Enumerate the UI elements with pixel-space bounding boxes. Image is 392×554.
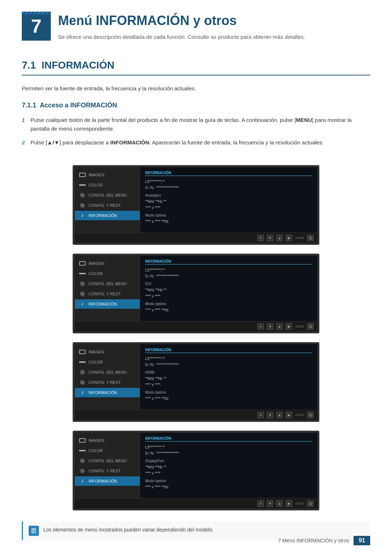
- ctrl-down-1[interactable]: ▼: [267, 235, 273, 241]
- section-intro: Permiten ver la fuente de entrada, la fr…: [22, 84, 370, 93]
- chapter-number: 7: [22, 12, 51, 41]
- ctrl-auto-4: AUTO: [295, 502, 304, 505]
- info-icon-1: i: [79, 213, 86, 218]
- imagen-icon: [79, 172, 86, 177]
- menu-item-color-3[interactable]: COLOR: [75, 357, 140, 367]
- config-rest-icon: [79, 203, 86, 208]
- config-rest-icon-2: [79, 291, 86, 296]
- subsection-title: 7.1.1 Acceso a INFORMACIÓN: [22, 102, 370, 109]
- note-icon: [29, 526, 39, 536]
- chapter-title: Menú INFORMACIÓN y otros: [58, 13, 305, 28]
- control-bar-4: ✕ ▼ ▲ ▶ AUTO ⏻: [75, 498, 317, 508]
- menu-item-configmenu-2[interactable]: CONFIG. DEL MENÚ: [75, 279, 140, 288]
- menu-item-configmenu-3[interactable]: CONFIG. DEL MENÚ: [75, 368, 140, 377]
- ctrl-power-4[interactable]: ⏻: [307, 500, 314, 507]
- page-header: 7 Menú INFORMACIÓN y otros Se ofrece una…: [0, 0, 392, 49]
- menu-item-info-3[interactable]: i INFORMACIÓN: [75, 388, 140, 397]
- source-label-2: DVI: [145, 281, 312, 287]
- freq-line-4: **kHz **Hz **: [145, 464, 312, 470]
- ctrl-right-1[interactable]: ▶: [286, 235, 292, 241]
- monitor-mockup-dvi: IMAGEN COLOR CONFIG. DEL MENÚ CONFI: [73, 254, 319, 333]
- color-icon-4: [79, 448, 86, 453]
- footer-page-number: 91: [354, 536, 370, 545]
- ctrl-auto-2: AUTO: [295, 325, 304, 328]
- color-icon: [79, 182, 86, 188]
- info-panel-dvi: INFORMACIÓN LS********;** S / N : ******…: [140, 256, 317, 321]
- menu-item-imagen-1[interactable]: IMAGEN: [75, 170, 140, 180]
- ctrl-x-1[interactable]: ✕: [257, 235, 264, 241]
- info-header-hdmi: INFORMACIÓN: [145, 348, 312, 353]
- imagen-icon-3: [79, 349, 86, 354]
- ctrl-right-2[interactable]: ▶: [286, 323, 292, 330]
- ctrl-right-3[interactable]: ▶: [286, 412, 292, 418]
- menu-panel-3: IMAGEN COLOR CONFIG. DEL MENÚ CONFI: [75, 344, 140, 410]
- menu-panel-1: IMAGEN COLOR CONFIG. DEL MENÚ CONFI: [75, 167, 140, 233]
- menu-item-color-1[interactable]: COLOR: [75, 180, 140, 190]
- ls-line-2: LS********;**: [145, 267, 312, 273]
- step-number-2: 2: [22, 138, 28, 147]
- mode-value-1: **** x **** **Hz: [145, 219, 312, 224]
- config-menu-icon-2: [79, 281, 86, 286]
- menu-item-imagen-2[interactable]: IMAGEN: [75, 259, 140, 268]
- menu-panel-4: IMAGEN COLOR CONFIG. DEL MENÚ CONFI: [75, 433, 140, 498]
- config-rest-icon-3: [79, 380, 86, 385]
- step-1: 1 Pulse cualquier botón de la parte fron…: [22, 116, 370, 133]
- ctrl-up-3[interactable]: ▲: [276, 412, 283, 418]
- monitor-screen-displayport: IMAGEN COLOR CONFIG. DEL MENÚ CONFI: [75, 433, 317, 498]
- mode-value-3: **** x **** **Hz: [145, 396, 312, 401]
- note-text: Los elementos de menú mostrados pueden v…: [43, 526, 213, 534]
- control-bar-3: ✕ ▼ ▲ ▶ AUTO ⏻: [75, 410, 317, 420]
- mode-value-4: **** x **** **Hz: [145, 484, 312, 490]
- control-bar-2: ✕ ▼ ▲ ▶ AUTO ⏻: [75, 321, 317, 331]
- ctrl-right-4[interactable]: ▶: [286, 500, 292, 507]
- menu-item-info-2[interactable]: i INFORMACIÓN: [75, 299, 140, 309]
- menu-item-info-4[interactable]: i INFORMACIÓN: [75, 476, 140, 486]
- ctrl-down-3[interactable]: ▼: [267, 412, 273, 418]
- sn-line-2: S / N : ****************: [145, 274, 312, 279]
- ctrl-x-2[interactable]: ✕: [257, 323, 264, 330]
- menu-item-color-4[interactable]: COLOR: [75, 446, 140, 455]
- menu-item-configrest-4[interactable]: CONFIG. Y REST.: [75, 466, 140, 476]
- ctrl-up-1[interactable]: ▲: [276, 235, 283, 241]
- ctrl-auto-3: AUTO: [295, 413, 304, 417]
- res-line-2: **** x ****: [145, 294, 312, 299]
- ctrl-power-3[interactable]: ⏻: [307, 412, 314, 418]
- menu-item-imagen-3[interactable]: IMAGEN: [75, 347, 140, 357]
- ctrl-power-2[interactable]: ⏻: [307, 323, 314, 330]
- menu-item-color-2[interactable]: COLOR: [75, 269, 140, 278]
- ctrl-down-2[interactable]: ▼: [267, 323, 273, 330]
- menu-item-configrest-1[interactable]: CONFIG. Y REST.: [75, 201, 140, 210]
- config-menu-icon: [79, 193, 86, 198]
- menu-item-imagen-4[interactable]: IMAGEN: [75, 436, 140, 445]
- info-panel-analogico: INFORMACIÓN LS********;** S / N : ******…: [140, 167, 317, 233]
- color-icon-3: [79, 360, 86, 365]
- menu-item-configrest-2[interactable]: CONFIG. Y REST.: [75, 289, 140, 299]
- ctrl-up-4[interactable]: ▲: [276, 500, 283, 507]
- menu-item-configrest-3[interactable]: CONFIG. Y REST.: [75, 378, 140, 387]
- menu-item-info-1[interactable]: i INFORMACIÓN: [75, 211, 140, 220]
- info-header-displayport: INFORMACIÓN: [145, 436, 312, 442]
- ctrl-power-1[interactable]: ⏻: [307, 235, 314, 241]
- chapter-title-block: Menú INFORMACIÓN y otros Se ofrece una d…: [58, 12, 305, 41]
- mode-label-4: Modo óptimo: [145, 478, 312, 484]
- res-line-3: **** x ****.: [145, 382, 312, 387]
- sn-line-1: S / N : ****************: [145, 185, 312, 190]
- source-label-1: Analógico: [145, 193, 312, 198]
- info-header-dvi: INFORMACIÓN: [145, 259, 312, 264]
- info-icon-3: i: [79, 390, 86, 395]
- ctrl-x-3[interactable]: ✕: [257, 412, 264, 418]
- menu-item-configmenu-1[interactable]: CONFIG. DEL MENÚ: [75, 190, 140, 200]
- ctrl-down-4[interactable]: ▼: [267, 500, 273, 507]
- ls-line-1: LS********;**: [145, 179, 312, 184]
- ctrl-x-4[interactable]: ✕: [257, 500, 264, 507]
- menu-item-configmenu-4[interactable]: CONFIG. DEL MENÚ: [75, 456, 140, 465]
- monitor-screen-analogico: IMAGEN COLOR CONFIG. DEL MENÚ CONFI: [75, 167, 317, 233]
- info-panel-hdmi: INFORMACIÓN LS********;** S / N : ******…: [140, 344, 317, 410]
- monitor-mockup-displayport: IMAGEN COLOR CONFIG. DEL MENÚ CONFI: [73, 431, 319, 510]
- mode-value-2: **** x **** **Hz: [145, 307, 312, 313]
- monitor-mockup-hdmi: IMAGEN COLOR CONFIG. DEL MENÚ CONFI: [73, 342, 319, 422]
- monitor-screen-dvi: IMAGEN COLOR CONFIG. DEL MENÚ CONFI: [75, 256, 317, 321]
- info-panel-displayport: INFORMACIÓN LS********;** S / N : ******…: [140, 433, 317, 498]
- ctrl-up-2[interactable]: ▲: [276, 323, 283, 330]
- info-icon-4: i: [79, 479, 86, 484]
